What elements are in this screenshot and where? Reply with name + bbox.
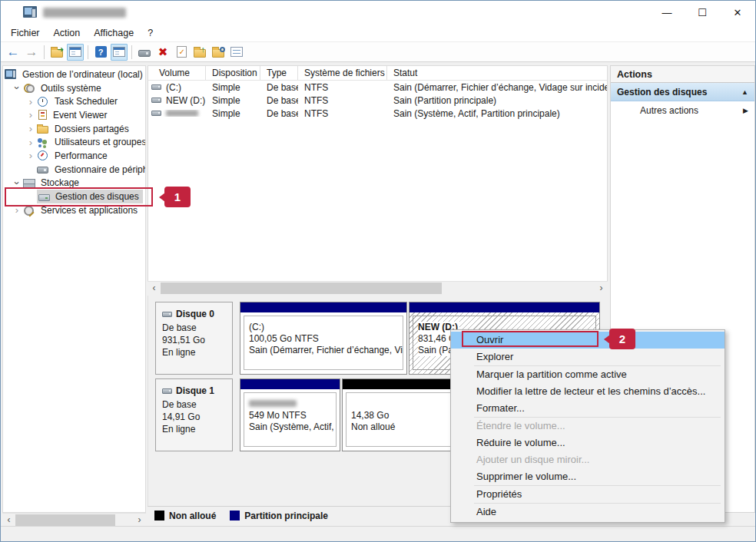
chevron-collapsed-icon[interactable]: › [25, 110, 37, 120]
toolbar-separator [131, 45, 132, 59]
folder-up-icon[interactable]: ↑ [191, 44, 208, 61]
volume-list-horizontal-scrollbar[interactable]: ‹ › [148, 281, 608, 294]
tree-item-label: Gestionnaire de périphé [52, 164, 146, 176]
partition-context-menu: Ouvrir Explorer Marquer la partition com… [450, 329, 725, 523]
menu-help[interactable]: ? [141, 25, 160, 41]
computer-icon [5, 69, 16, 79]
chevron-expanded-icon[interactable]: › [12, 82, 22, 94]
partition-c[interactable]: (C:) 100,05 Go NTFS Sain (Démarrer, Fich… [240, 302, 407, 375]
toolbar: ← → ➜ ? ✖ ↑ [1, 41, 755, 62]
tree-item-label: Event Viewer [51, 109, 109, 121]
scrollbar-thumb[interactable] [161, 283, 442, 294]
computer-management-window: — ☐ ✕ Fichier Action Affichage ? ← → ➜ ?… [0, 0, 756, 542]
menu-affichage[interactable]: Affichage [87, 25, 141, 41]
folder-search-icon[interactable] [210, 44, 227, 61]
clock-icon [37, 97, 48, 107]
menu-item-reduire-volume[interactable]: Réduire le volume... [451, 435, 724, 451]
menu-item-aide[interactable]: Aide [451, 504, 724, 521]
volume-row-new-d[interactable]: NEW (D:) Simple De base NTFS Sain (Parti… [148, 94, 607, 107]
tree-item-utilisateurs-groupes[interactable]: › Utilisateurs et groupes l [3, 135, 145, 149]
blurred-partition-name [249, 400, 297, 407]
maximize-button[interactable]: ☐ [685, 1, 720, 24]
back-icon[interactable]: ← [5, 44, 22, 61]
chevron-collapsed-icon[interactable]: › [25, 150, 37, 160]
device-icon[interactable] [136, 44, 153, 61]
disk-0-label[interactable]: Disque 0 De base 931,51 Go En ligne [155, 302, 233, 375]
chevron-collapsed-icon[interactable]: › [25, 137, 37, 147]
tree-horizontal-scrollbar[interactable]: ‹ › [2, 513, 146, 526]
menu-fichier[interactable]: Fichier [4, 25, 47, 41]
close-button[interactable]: ✕ [720, 1, 755, 24]
check-document-icon[interactable] [173, 44, 190, 61]
collapse-icon[interactable]: ▲ [741, 88, 748, 96]
services-icon [23, 205, 35, 215]
storage-icon [23, 178, 35, 188]
tree-item-label: Task Scheduler [52, 95, 120, 107]
system-tools-icon [23, 83, 35, 93]
menu-item-modifier-lettre[interactable]: Modifier la lettre de lecteur et les che… [451, 383, 724, 400]
show-console-icon[interactable] [111, 44, 128, 61]
scroll-left-icon[interactable]: ‹ [148, 282, 161, 295]
console-tree-icon[interactable] [67, 44, 84, 61]
chevron-collapsed-icon[interactable]: › [25, 97, 37, 107]
menu-action[interactable]: Action [47, 25, 88, 41]
minimize-button[interactable]: — [649, 1, 685, 24]
tree-item-dossiers-partages[interactable]: › Dossiers partagés [3, 122, 145, 136]
column-header-fs[interactable]: Système de fichiers [298, 66, 387, 80]
scroll-right-icon[interactable]: › [595, 282, 608, 295]
annotation-badge-step2: 2 [609, 329, 635, 349]
disk-icon [162, 312, 172, 317]
annotation-box-step2 [462, 331, 598, 347]
tree-item-outils-systeme[interactable]: › Outils système [3, 81, 145, 95]
scroll-right-icon[interactable]: › [133, 514, 146, 527]
blurred-window-title [43, 8, 126, 18]
menu-bar: Fichier Action Affichage ? [1, 24, 755, 41]
users-icon [37, 137, 48, 147]
submenu-arrow-icon: ▶ [743, 107, 748, 114]
tree-item-label: Outils système [38, 82, 104, 94]
tree-item-performance[interactable]: › Performance [3, 149, 145, 163]
partition-system-reserved[interactable]: 549 Mo NTFS Sain (Système, Actif, P [240, 378, 340, 451]
chevron-collapsed-icon[interactable]: › [25, 124, 37, 134]
chevron-collapsed-icon[interactable]: › [11, 205, 23, 215]
actions-section-gestion-des-disques[interactable]: Gestion des disques ▲ [611, 83, 754, 101]
column-header-disposition[interactable]: Disposition [206, 66, 260, 80]
annotation-box-step1 [5, 187, 153, 207]
tree-item-task-scheduler[interactable]: › Task Scheduler [3, 94, 145, 108]
scroll-left-icon[interactable]: ‹ [2, 514, 15, 527]
menu-item-proprietes[interactable]: Propriétés [451, 486, 724, 503]
export-list-icon[interactable]: ➜ [48, 44, 65, 61]
volume-row-c[interactable]: (C:) Simple De base NTFS Sain (Démarrer,… [148, 81, 607, 94]
scrollbar-thumb[interactable] [15, 514, 115, 526]
legend-primary-label: Partition principale [244, 511, 328, 521]
menu-item-formater[interactable]: Formater... [451, 400, 724, 417]
delete-icon[interactable]: ✖ [154, 44, 171, 61]
column-header-statut[interactable]: Statut [387, 66, 607, 80]
toolbar-separator [88, 45, 88, 59]
tree-item-gestionnaire-peripheriques[interactable]: › Gestionnaire de périphé [3, 163, 145, 177]
tree-item-label: Gestion de l’ordinateur (local) [20, 68, 145, 81]
volume-row-blurred[interactable]: Simple De base NTFS Sain (Système, Actif… [148, 107, 607, 120]
column-header-volume[interactable]: Volume [148, 66, 206, 80]
device-manager-icon [37, 167, 48, 174]
forward-icon[interactable]: → [23, 44, 40, 61]
menu-item-supprimer-volume[interactable]: Supprimer le volume... [451, 468, 724, 485]
legend-primary-swatch [230, 511, 240, 521]
menu-item-explorer[interactable]: Explorer [451, 349, 724, 365]
tree-item-event-viewer[interactable]: › Event Viewer [3, 108, 145, 122]
partition-type-bar [240, 379, 340, 389]
blurred-volume-name [166, 110, 198, 117]
legend-unallocated-swatch [154, 511, 164, 521]
disk-1-label[interactable]: Disque 1 De base 14,91 Go En ligne [155, 378, 233, 451]
column-header-type[interactable]: Type [260, 66, 298, 80]
menu-item-marquer-active[interactable]: Marquer la partition comme active [451, 366, 724, 383]
volume-icon [151, 111, 161, 116]
help-icon[interactable]: ? [92, 44, 109, 61]
actions-item-autres-actions[interactable]: Autres actions ▶ [611, 101, 754, 120]
menu-item-etendre-volume: Étendre le volume... [451, 418, 724, 435]
volume-list-header: Volume Disposition Type Système de fichi… [148, 66, 607, 81]
properties-icon[interactable] [228, 44, 245, 61]
tree-item-computer-management[interactable]: Gestion de l’ordinateur (local) [3, 68, 145, 81]
event-viewer-icon [38, 110, 47, 120]
console-tree: Gestion de l’ordinateur (local) › Outils… [2, 65, 146, 513]
